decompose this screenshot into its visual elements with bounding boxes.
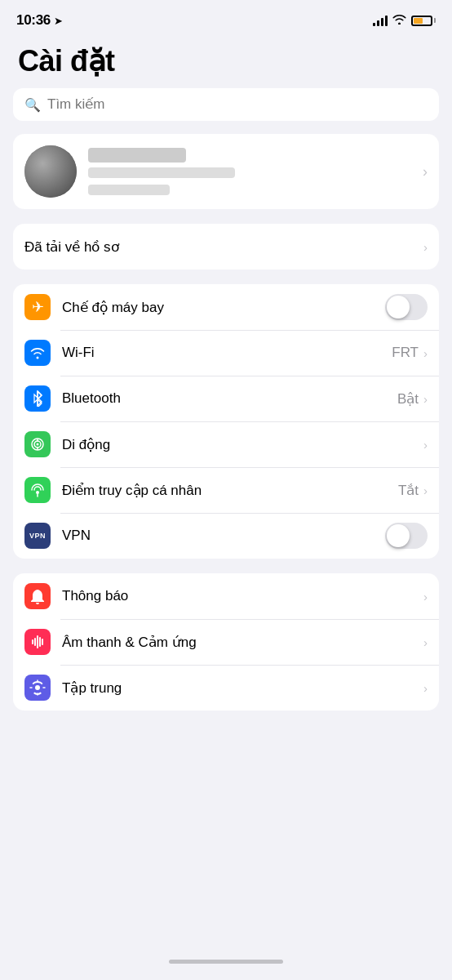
notifications-icon <box>24 583 51 609</box>
wifi-chevron: › <box>423 346 428 360</box>
focus-chevron: › <box>423 681 428 695</box>
page-title: Cài đặt <box>0 36 452 88</box>
sounds-label: Âm thanh & Cảm ứng <box>62 634 423 651</box>
downloaded-profile-row[interactable]: Đã tải về hồ sơ › <box>13 224 439 270</box>
profile-subtitle1 <box>88 167 235 178</box>
airplane-mode-row[interactable]: ✈ Chế độ máy bay <box>13 284 439 330</box>
location-icon: ➤ <box>54 15 63 27</box>
bluetooth-icon <box>24 385 51 412</box>
search-input[interactable] <box>47 96 428 113</box>
bluetooth-value: Bật <box>397 390 419 408</box>
search-bar[interactable]: 🔍 <box>13 88 439 121</box>
notifications-label: Thông báo <box>62 588 423 604</box>
signal-icon <box>373 16 388 26</box>
svg-point-7 <box>35 685 40 690</box>
status-time: 10:36 <box>16 12 51 29</box>
sounds-chevron: › <box>423 635 428 649</box>
status-bar: 10:36 ➤ <box>0 0 452 36</box>
notifications-row[interactable]: Thông báo › <box>13 573 439 619</box>
hotspot-value: Tắt <box>398 482 419 499</box>
vpn-row[interactable]: VPN VPN <box>13 513 439 559</box>
section-connectivity: ✈ Chế độ máy bay Wi-Fi FRT › Bluetooth B… <box>13 284 439 559</box>
sounds-icon <box>24 629 51 655</box>
avatar <box>24 145 77 198</box>
cellular-chevron: › <box>423 438 428 452</box>
cellular-row[interactable]: Di động › <box>13 421 439 467</box>
focus-row[interactable]: Tập trung › <box>13 665 439 710</box>
notifications-chevron: › <box>423 590 428 604</box>
profile-chevron-icon: › <box>423 163 428 180</box>
profile-card[interactable]: › <box>13 134 439 209</box>
bluetooth-label: Bluetooth <box>62 390 397 407</box>
profile-name <box>88 148 186 163</box>
wifi-icon <box>24 340 51 366</box>
wifi-row[interactable]: Wi-Fi FRT › <box>13 330 439 376</box>
airplane-mode-toggle[interactable] <box>385 294 428 320</box>
airplane-icon: ✈ <box>24 294 51 320</box>
search-icon: 🔍 <box>24 97 41 113</box>
section-downloaded-profile: Đã tải về hồ sơ › <box>13 224 439 270</box>
vpn-label: VPN <box>62 528 385 544</box>
profile-row[interactable]: › <box>13 134 439 209</box>
sounds-row[interactable]: Âm thanh & Cảm ứng › <box>13 619 439 665</box>
cellular-icon <box>24 431 51 457</box>
hotspot-row[interactable]: Điểm truy cập cá nhân Tắt › <box>13 467 439 513</box>
bluetooth-row[interactable]: Bluetooth Bật › <box>13 376 439 421</box>
vpn-toggle[interactable] <box>385 523 428 549</box>
hotspot-label: Điểm truy cập cá nhân <box>62 482 398 499</box>
focus-label: Tập trung <box>62 679 423 697</box>
wifi-status-icon <box>392 13 406 28</box>
profile-subtitle2 <box>88 185 170 195</box>
hotspot-chevron: › <box>423 483 428 497</box>
wifi-value: FRT <box>392 345 419 361</box>
cellular-label: Di động <box>62 436 423 453</box>
bluetooth-chevron: › <box>423 392 428 406</box>
airplane-mode-label: Chế độ máy bay <box>62 299 385 316</box>
svg-point-2 <box>37 443 39 446</box>
home-bar <box>169 960 283 964</box>
home-indicator <box>0 953 452 980</box>
downloaded-profile-label: Đã tải về hồ sơ <box>24 238 423 256</box>
battery-icon <box>411 16 436 26</box>
status-icons <box>373 13 436 28</box>
focus-icon <box>24 675 51 701</box>
hotspot-icon <box>24 477 51 503</box>
vpn-icon: VPN <box>24 523 51 549</box>
wifi-label: Wi-Fi <box>62 345 392 361</box>
downloaded-profile-chevron: › <box>423 240 428 254</box>
section-notifications: Thông báo › Âm thanh & Cảm ứng › Tập tru… <box>13 573 439 710</box>
